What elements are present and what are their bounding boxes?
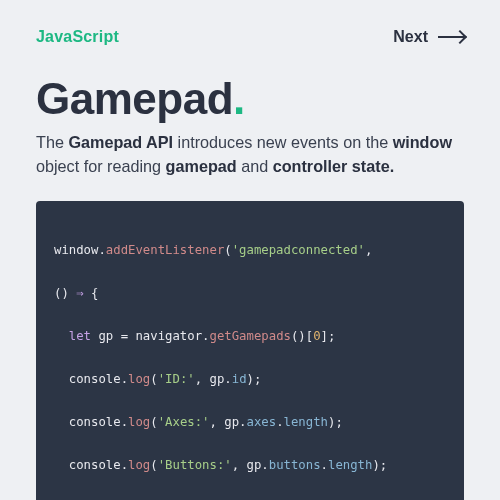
tok: ()[ [291,329,313,343]
desc-part: introduces new events on the [173,133,393,151]
tok: length [284,415,328,429]
desc-bold: window [393,133,452,151]
tok: ( [150,372,157,386]
tok: ); [328,415,343,429]
tok: length [328,458,372,472]
code-line: () ⇒ { [54,283,446,305]
header-bar: JavaScript Next [36,28,464,46]
tok: addEventListener [106,243,224,257]
tok: , gp. [232,458,269,472]
desc-part: The [36,133,68,151]
description: The Gamepad API introduces new events on… [36,130,464,179]
tok: log [128,415,150,429]
tok: . [276,415,283,429]
tok: ( [224,243,231,257]
next-button[interactable]: Next [393,28,464,46]
desc-part: and [237,157,273,175]
tok: () [54,286,76,300]
tok: log [128,458,150,472]
arrow-right-icon [438,36,464,38]
tok: ); [372,458,387,472]
tok: ( [150,415,157,429]
title-dot: . [233,74,245,123]
tok: console. [54,458,128,472]
code-line: console.log('ID:', gp.id); [54,369,446,391]
code-line: console.log('Buttons:', gp.buttons.lengt… [54,455,446,477]
tok: buttons [269,458,321,472]
tok: , gp. [210,415,247,429]
tok: ⇒ [76,286,83,300]
tok: console. [54,415,128,429]
code-line: let gp = navigator.getGamepads()[0]; [54,326,446,348]
tok: , gp. [195,372,232,386]
tok: 0 [313,329,320,343]
tok: 'ID:' [158,372,195,386]
tok: ]; [321,329,336,343]
tok: console. [54,372,128,386]
tok: { [84,286,99,300]
tok: 'Buttons:' [158,458,232,472]
desc-bold: Gamepad API [68,133,173,151]
brand-label: JavaScript [36,28,119,46]
tok: gp = navigator. [91,329,209,343]
tok: ( [150,458,157,472]
code-line: console.log('Axes:', gp.axes.length); [54,412,446,434]
tok: window. [54,243,106,257]
desc-part: object for reading [36,157,166,175]
tok: ); [247,372,262,386]
tok: , [365,243,372,257]
tok: 'Axes:' [158,415,210,429]
code-line: window.addEventListener('gamepadconnecte… [54,240,446,262]
title-text: Gamepad [36,74,233,123]
desc-bold: gamepad [166,157,237,175]
next-label: Next [393,28,428,46]
tok: log [128,372,150,386]
code-block: window.addEventListener('gamepadconnecte… [36,201,464,500]
tok: id [232,372,247,386]
tok: 'gamepadconnected' [232,243,365,257]
tok: let [69,329,91,343]
page-title: Gamepad. [36,74,464,124]
tok [54,329,69,343]
desc-bold: controller state. [273,157,394,175]
tok: axes [247,415,277,429]
tok: getGamepads [210,329,291,343]
tok: . [321,458,328,472]
